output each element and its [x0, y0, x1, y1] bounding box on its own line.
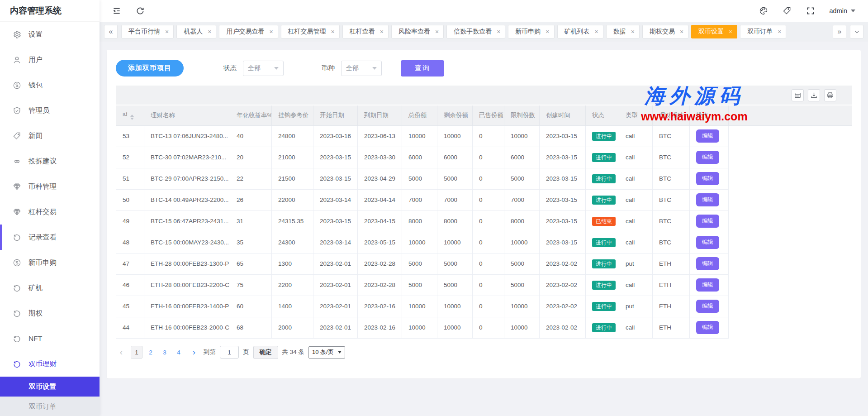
sidebar-item-币种管理[interactable]: 币种管理: [0, 174, 100, 199]
menu-fold-button[interactable]: [112, 6, 121, 15]
sidebar-item-用户[interactable]: 用户: [0, 47, 100, 72]
sidebar-subitem-双币设置[interactable]: 双币设置: [0, 377, 100, 397]
next-page-button[interactable]: ›: [189, 346, 199, 359]
sidebar-item-管理员[interactable]: 管理员: [0, 98, 100, 123]
tab-杠杆交易管理[interactable]: 杠杆交易管理×: [281, 25, 340, 38]
page-1[interactable]: 1: [131, 346, 142, 359]
tab-close-icon[interactable]: ×: [380, 29, 384, 35]
sidebar-item-label: 期权: [28, 309, 43, 318]
cell-action: 编辑: [690, 317, 729, 338]
sidebar-item-新闻[interactable]: 新闻: [0, 123, 100, 148]
fullscreen-button[interactable]: [806, 6, 815, 15]
cell-ref_price: 2000: [272, 317, 313, 338]
edit-button[interactable]: 编辑: [696, 193, 719, 206]
cell-ref_price: 22000: [272, 189, 313, 210]
sidebar-item-记录查看[interactable]: 记录查看: [0, 225, 100, 250]
tab-杠杆查看[interactable]: 杠杆查看×: [342, 25, 389, 38]
sidebar-item-双币理财[interactable]: 双币理财: [0, 351, 100, 377]
edit-button[interactable]: 编辑: [696, 257, 719, 270]
export-icon: [810, 91, 818, 99]
gem-icon: [13, 182, 21, 191]
sidebar-item-矿机[interactable]: 矿机: [0, 275, 100, 301]
tab-数据[interactable]: 数据×: [606, 25, 640, 38]
tab-close-icon[interactable]: ×: [269, 29, 273, 35]
cell-action: 编辑: [690, 274, 729, 296]
column-header-id[interactable]: id: [116, 105, 144, 125]
edit-button[interactable]: 编辑: [696, 172, 719, 185]
tab-close-icon[interactable]: ×: [680, 29, 683, 35]
goto-page-input[interactable]: [220, 346, 239, 359]
sidebar-subitem-双币订单[interactable]: 双币订单: [0, 397, 100, 416]
page-4[interactable]: 4: [173, 346, 185, 359]
column-header-总份额: 总份额: [402, 105, 437, 125]
tab-close-icon[interactable]: ×: [595, 29, 598, 35]
row-filler: [729, 253, 852, 274]
prev-page-button[interactable]: ‹: [116, 346, 127, 359]
sidebar-item-期权[interactable]: 期权: [0, 301, 100, 326]
cell-limit: 8000: [504, 210, 540, 232]
cell-rate: 31: [230, 210, 272, 232]
tab-双币订单[interactable]: 双币订单×: [740, 25, 786, 38]
tabs-scroll-left-button[interactable]: «: [104, 25, 118, 38]
page-3[interactable]: 3: [159, 346, 171, 359]
edit-button[interactable]: 编辑: [696, 151, 719, 164]
tag-icon: [13, 132, 21, 140]
tab-倍数手数查看[interactable]: 倍数手数查看×: [446, 25, 505, 38]
table-row: 47ETH-28 00:00FEB23-1300-P6513002023-02-…: [116, 253, 852, 274]
edit-button[interactable]: 编辑: [696, 215, 719, 228]
cell-coin: BTC: [653, 189, 690, 210]
cell-status: 进行中: [586, 232, 619, 253]
column-settings-button[interactable]: [792, 89, 804, 101]
tab-双币设置[interactable]: 双币设置×: [691, 25, 737, 38]
cell-action: 编辑: [690, 147, 729, 168]
tab-close-icon[interactable]: ×: [435, 29, 439, 35]
tab-close-icon[interactable]: ×: [729, 29, 732, 35]
cell-id: 47: [116, 253, 144, 274]
tab-close-icon[interactable]: ×: [497, 29, 500, 35]
tab-新币申购[interactable]: 新币申购×: [508, 25, 554, 38]
sidebar-item-投拆建议[interactable]: 投拆建议: [0, 148, 100, 174]
add-dual-currency-button[interactable]: 添加双币项目: [116, 60, 184, 77]
tab-close-icon[interactable]: ×: [331, 29, 335, 35]
coin-filter-select[interactable]: 全部: [341, 61, 382, 76]
tab-期权交易[interactable]: 期权交易×: [642, 25, 688, 38]
status-filter-select[interactable]: 全部: [243, 61, 284, 76]
tab-平台币行情[interactable]: 平台币行情×: [121, 25, 174, 38]
edit-button[interactable]: 编辑: [696, 236, 719, 249]
tab-close-icon[interactable]: ×: [165, 29, 169, 35]
query-button[interactable]: 查询: [401, 60, 444, 77]
sidebar-item-钱包[interactable]: 钱包: [0, 72, 100, 98]
tab-close-icon[interactable]: ×: [631, 29, 635, 35]
tag-button[interactable]: [783, 6, 792, 15]
tab-矿机列表[interactable]: 矿机列表×: [557, 25, 603, 38]
cell-status: 进行中: [586, 147, 619, 168]
confirm-button[interactable]: 确定: [253, 346, 278, 359]
tab-close-icon[interactable]: ×: [208, 29, 211, 35]
sidebar-item-杠杆交易[interactable]: 杠杆交易: [0, 199, 100, 225]
tab-用户交易查看[interactable]: 用户交易查看×: [219, 25, 278, 38]
edit-button[interactable]: 编辑: [696, 321, 719, 334]
edit-button[interactable]: 编辑: [696, 129, 719, 143]
export-button[interactable]: [808, 89, 820, 101]
user-menu[interactable]: admin: [830, 7, 856, 14]
tab-close-icon[interactable]: ×: [545, 29, 549, 35]
tabs-menu-button[interactable]: [850, 25, 863, 38]
cell-ref_price: 1400: [272, 296, 313, 317]
history-icon: [13, 335, 21, 343]
refresh-button[interactable]: [136, 6, 145, 15]
edit-button[interactable]: 编辑: [696, 300, 719, 313]
tab-风险率查看[interactable]: 风险率查看×: [391, 25, 444, 38]
page-size-select[interactable]: 10 条/页: [308, 346, 345, 359]
sidebar-item-设置[interactable]: 设置: [0, 22, 100, 47]
tabs-scroll-right-button[interactable]: »: [833, 25, 846, 38]
sort-icon[interactable]: [130, 115, 134, 120]
page-2[interactable]: 2: [145, 346, 157, 359]
tab-机器人[interactable]: 机器人×: [176, 25, 216, 38]
tab-close-icon[interactable]: ×: [778, 29, 781, 35]
palette-button[interactable]: [759, 6, 768, 15]
print-button[interactable]: [824, 89, 836, 101]
sidebar-item-新币申购[interactable]: 新币申购: [0, 250, 100, 275]
cell-remaining: 10000: [437, 317, 473, 338]
edit-button[interactable]: 编辑: [696, 278, 719, 292]
sidebar-item-NFT[interactable]: NFT: [0, 326, 100, 351]
